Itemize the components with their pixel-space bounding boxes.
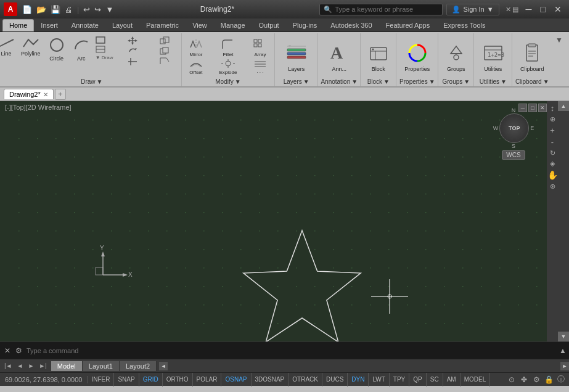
- showmotion-button[interactable]: ◈: [550, 160, 555, 168]
- scroll-down-button[interactable]: ▼: [558, 332, 569, 341]
- scroll-up-button[interactable]: ▲: [558, 101, 569, 111]
- status-3dosnap[interactable]: 3DOSNAP: [252, 373, 289, 386]
- zoom-out-button[interactable]: -: [551, 137, 554, 147]
- modify-expand-icon[interactable]: ▼: [235, 78, 241, 85]
- status-model[interactable]: MODEL: [461, 373, 491, 386]
- scroll-left-button[interactable]: ◄: [159, 362, 168, 370]
- open-icon[interactable]: 📂: [35, 4, 47, 15]
- tab-output[interactable]: Output: [252, 19, 286, 31]
- cmd-close-button[interactable]: ✕: [2, 346, 12, 355]
- draw-hatch-button[interactable]: [94, 45, 125, 54]
- annotation-button[interactable]: A Ann...: [325, 40, 353, 73]
- properties-button[interactable]: Properties: [402, 40, 432, 73]
- status-info-icon[interactable]: ⓘ: [555, 374, 567, 385]
- clipboard-button[interactable]: Clipboard: [518, 40, 547, 73]
- clipboard-expand-icon[interactable]: ▼: [543, 78, 549, 85]
- modify-mirror-button[interactable]: Mirror: [181, 38, 211, 58]
- zoom-in-button[interactable]: +: [550, 126, 555, 135]
- tab-featured[interactable]: Featured Apps: [379, 19, 437, 31]
- tab-annotate[interactable]: Annotate: [65, 19, 105, 31]
- modify-array-button[interactable]: Array: [245, 38, 276, 58]
- status-osnap[interactable]: OSNAP: [221, 373, 251, 386]
- search-input[interactable]: [335, 6, 421, 13]
- draw-more-button[interactable]: ▼ Draw: [94, 54, 125, 61]
- menu-icon[interactable]: ▤: [512, 6, 518, 14]
- status-tpy[interactable]: TPY: [390, 373, 409, 386]
- draw-move-button[interactable]: [126, 36, 157, 46]
- tab-parametric[interactable]: Parametric: [139, 19, 186, 31]
- draw-arc-button[interactable]: Arc: [70, 36, 92, 63]
- tab-manage[interactable]: Manage: [214, 19, 252, 31]
- modify-more-button[interactable]: · · ·: [245, 59, 276, 76]
- print-icon[interactable]: 🖨: [63, 4, 74, 15]
- modify-fillet-button[interactable]: Fillet: [213, 38, 244, 58]
- scroll-right-button[interactable]: ►: [560, 362, 569, 370]
- search-box[interactable]: 🔍: [319, 4, 443, 15]
- new-tab-button[interactable]: +: [55, 89, 66, 100]
- tab-view[interactable]: View: [186, 19, 214, 31]
- status-polar[interactable]: POLAR: [193, 373, 222, 386]
- document-tab[interactable]: Drawing2* ✕: [4, 89, 54, 99]
- cmd-settings-button[interactable]: ⚙: [14, 346, 24, 355]
- tab-plugins[interactable]: Plug-ins: [286, 19, 324, 31]
- layout-last-button[interactable]: ►|: [37, 362, 49, 370]
- status-am[interactable]: AM: [443, 373, 461, 386]
- layout-tab-model[interactable]: Model: [51, 361, 83, 371]
- layout-next-button[interactable]: ►: [26, 362, 36, 370]
- maximize-button[interactable]: □: [537, 4, 549, 14]
- draw-circle-button[interactable]: Circle: [44, 36, 69, 63]
- status-infer[interactable]: INFER: [88, 373, 114, 386]
- properties-expand-icon[interactable]: ▼: [429, 78, 435, 85]
- cmd-expand-button[interactable]: ▲: [559, 346, 567, 355]
- more-icon[interactable]: ▼: [104, 4, 115, 15]
- status-lock-icon[interactable]: 🔒: [543, 374, 554, 385]
- zoom-extents-button[interactable]: ⊕: [550, 115, 555, 123]
- layers-button[interactable]: Layers: [282, 40, 311, 73]
- status-anno-icon[interactable]: ✤: [518, 374, 530, 385]
- scroll-track-right[interactable]: [558, 111, 569, 332]
- steer-button[interactable]: ⊛: [550, 182, 555, 190]
- modify-offset-button[interactable]: Offset: [181, 59, 211, 76]
- tab-express[interactable]: Express Tools: [436, 19, 492, 31]
- status-otrack[interactable]: OTRACK: [289, 373, 322, 386]
- hand-tool-button[interactable]: ✋: [547, 170, 558, 180]
- layout-tab-layout1[interactable]: Layout1: [83, 361, 120, 371]
- sign-in-button[interactable]: 👤 Sign In ▼: [446, 4, 499, 15]
- annotation-expand-icon[interactable]: ▼: [351, 78, 358, 85]
- command-input[interactable]: [27, 347, 557, 354]
- close-button[interactable]: ✕: [551, 4, 565, 14]
- layers-expand-icon[interactable]: ▼: [303, 78, 309, 85]
- compass-circle[interactable]: TOP: [499, 113, 529, 143]
- draw-rect-button[interactable]: [94, 36, 125, 44]
- tab-close-icon[interactable]: ✕: [43, 91, 48, 98]
- tab-layout[interactable]: Layout: [105, 19, 139, 31]
- status-sc[interactable]: SC: [427, 373, 443, 386]
- scroll-track-bottom[interactable]: [168, 363, 560, 369]
- status-ws-icon[interactable]: ⚙: [531, 374, 542, 385]
- save-icon[interactable]: 💾: [49, 4, 62, 15]
- status-ortho[interactable]: ORTHO: [163, 373, 193, 386]
- viewport-close-button[interactable]: ✕: [538, 104, 547, 112]
- tab-home[interactable]: Home: [2, 19, 34, 31]
- status-snap[interactable]: SNAP: [114, 373, 139, 386]
- layout-first-button[interactable]: |◄: [2, 362, 14, 370]
- help-icon[interactable]: ✕: [506, 6, 511, 14]
- draw-polyline-button[interactable]: Polyline: [18, 36, 43, 58]
- minimize-button[interactable]: ─: [522, 4, 536, 14]
- draw-expand-icon[interactable]: ▼: [97, 78, 103, 85]
- drawing-viewport[interactable]: [-][Top][2D Wireframe] ─ □ ✕ Y: [0, 101, 569, 341]
- block-button[interactable]: Block: [364, 40, 393, 73]
- layout-prev-button[interactable]: ◄: [15, 362, 25, 370]
- groups-expand-icon[interactable]: ▼: [464, 78, 470, 85]
- status-dyn[interactable]: DYN: [348, 373, 369, 386]
- ribbon-options-button[interactable]: ▼: [555, 36, 563, 44]
- groups-button[interactable]: Groups: [442, 40, 470, 73]
- pan-tool-button[interactable]: ↕: [551, 104, 555, 113]
- draw-line-button[interactable]: Line: [0, 36, 17, 58]
- utilities-expand-icon[interactable]: ▼: [501, 78, 507, 85]
- orbit-button[interactable]: ↻: [550, 149, 555, 157]
- redo-icon[interactable]: ↪: [93, 4, 102, 15]
- tab-autodesk360[interactable]: Autodesk 360: [324, 19, 379, 31]
- status-lwt[interactable]: LWT: [369, 373, 389, 386]
- tab-insert[interactable]: Insert: [34, 19, 65, 31]
